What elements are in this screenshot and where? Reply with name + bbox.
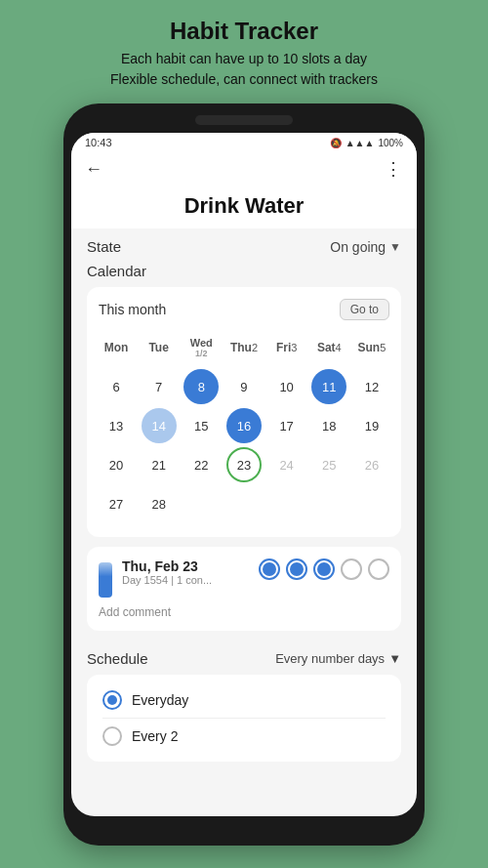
status-icons: 🔕 ▲▲▲ 100%: [330, 138, 403, 148]
divider: [102, 718, 386, 719]
status-bar: 10:43 🔕 ▲▲▲ 100%: [71, 133, 417, 152]
cal-empty-1: [183, 486, 219, 521]
signal-icon: ▲▲▲: [346, 138, 375, 148]
schedule-option-everyday-label: Everyday: [132, 692, 188, 708]
slot-3[interactable]: [313, 558, 335, 580]
schedule-option-everyday[interactable]: Everyday: [102, 684, 386, 716]
slot-2[interactable]: [286, 558, 307, 580]
cal-day-21[interactable]: 21: [142, 447, 177, 482]
cal-empty-4: [311, 486, 346, 521]
cal-day-28[interactable]: 28: [142, 486, 177, 521]
cal-day-24[interactable]: 24: [269, 447, 305, 482]
add-comment-button[interactable]: Add comment: [99, 605, 389, 619]
more-options-button[interactable]: ⋮: [385, 158, 403, 180]
schedule-value-text: Every number days: [275, 651, 385, 666]
day-detail-date: Thu, Feb 23: [122, 558, 249, 574]
cal-week3: 20 21 22 23 24 25 26: [99, 447, 389, 482]
cal-empty-5: [354, 486, 389, 521]
schedule-option-every2-label: Every 2: [132, 728, 178, 744]
slot-5[interactable]: [368, 558, 389, 580]
cal-day-7[interactable]: 7: [142, 369, 177, 404]
cal-day-14[interactable]: 14: [142, 408, 177, 443]
cal-header-mon: Mon: [99, 330, 134, 365]
cal-day-23[interactable]: 23: [226, 447, 262, 482]
cal-day-18[interactable]: 18: [311, 408, 346, 443]
mute-icon: 🔕: [330, 138, 342, 148]
cal-header-sat: Sat4: [311, 330, 346, 365]
calendar-card: This month Go to Mon Tue Wed1/2 Thu2 Fri…: [87, 287, 401, 537]
page-heading: Habit Tracker: [170, 18, 318, 45]
nav-bar: ← ⋮: [71, 152, 417, 186]
chevron-down-icon: ▼: [389, 240, 401, 254]
calendar-grid: Mon Tue Wed1/2 Thu2 Fri3 Sat4 Sun5 6 7 8…: [99, 330, 389, 521]
cal-empty-2: [226, 486, 262, 521]
battery-label: 100%: [378, 138, 403, 148]
cal-header-wed: Wed1/2: [183, 330, 219, 365]
cal-day-17[interactable]: 17: [269, 408, 305, 443]
cal-day-25[interactable]: 25: [311, 447, 346, 482]
cal-day-15[interactable]: 15: [183, 408, 219, 443]
content-area: State On going ▼ Calendar This month Go …: [71, 228, 417, 777]
schedule-row: Schedule Every number days ▼: [87, 641, 401, 675]
radio-everyday[interactable]: [102, 690, 122, 710]
day-detail-subtitle: Day 1554 | 1 con...: [122, 574, 249, 586]
cal-day-9[interactable]: 9: [226, 369, 262, 404]
schedule-option-every2[interactable]: Every 2: [102, 721, 386, 752]
day-detail-info: Thu, Feb 23 Day 1554 | 1 con...: [122, 558, 249, 586]
cal-day-6[interactable]: 6: [99, 369, 134, 404]
cal-week2: 13 14 15 16 17 18 19: [99, 408, 389, 443]
state-value-text: On going: [330, 239, 386, 255]
back-button[interactable]: ←: [85, 159, 102, 180]
day-detail-slots: [259, 558, 389, 580]
cal-header-sun: Sun5: [354, 330, 389, 365]
calendar-month: This month: [99, 302, 166, 317]
phone-frame: 10:43 🔕 ▲▲▲ 100% ← ⋮ Drink Water State O…: [63, 103, 425, 846]
cal-day-27[interactable]: 27: [99, 486, 134, 521]
cal-empty-3: [269, 486, 305, 521]
cal-day-8[interactable]: 8: [183, 369, 219, 404]
schedule-dropdown[interactable]: Every number days ▼: [275, 651, 401, 666]
calendar-header: This month Go to: [99, 299, 389, 320]
screen-title: Drink Water: [71, 186, 417, 228]
cal-day-13[interactable]: 13: [99, 408, 134, 443]
radio-everyday-inner: [107, 695, 117, 705]
cal-day-22[interactable]: 22: [183, 447, 219, 482]
page-subtitle: Each habit can have up to 10 slots a day…: [110, 49, 378, 90]
schedule-options-card: Everyday Every 2: [87, 675, 401, 762]
cal-day-11[interactable]: 11: [311, 369, 346, 404]
cal-week1: 6 7 8 9 10 11 12: [99, 369, 389, 404]
cal-day-26[interactable]: 26: [354, 447, 389, 482]
calendar-label: Calendar: [87, 259, 401, 287]
day-detail-card: Thu, Feb 23 Day 1554 | 1 con... Add comm…: [87, 547, 401, 631]
schedule-label: Schedule: [87, 650, 148, 667]
cal-day-19[interactable]: 19: [354, 408, 389, 443]
cal-header-row: Mon Tue Wed1/2 Thu2 Fri3 Sat4 Sun5: [99, 330, 389, 365]
state-dropdown[interactable]: On going ▼: [330, 239, 401, 255]
radio-every2[interactable]: [102, 726, 122, 746]
state-row: State On going ▼: [87, 228, 401, 259]
state-label: State: [87, 238, 121, 255]
cal-day-20[interactable]: 20: [99, 447, 134, 482]
status-time: 10:43: [85, 137, 112, 148]
go-to-button[interactable]: Go to: [340, 299, 389, 320]
day-detail-top: Thu, Feb 23 Day 1554 | 1 con...: [99, 558, 389, 598]
slot-1[interactable]: [259, 558, 280, 580]
chevron-down-schedule-icon: ▼: [388, 651, 401, 666]
cal-header-tue: Tue: [142, 330, 177, 365]
water-level-icon: [99, 562, 112, 598]
phone-screen: 10:43 🔕 ▲▲▲ 100% ← ⋮ Drink Water State O…: [71, 133, 417, 816]
cal-header-fri: Fri3: [269, 330, 305, 365]
cal-day-16[interactable]: 16: [226, 408, 262, 443]
cal-day-12[interactable]: 12: [354, 369, 389, 404]
slot-4[interactable]: [341, 558, 362, 580]
phone-notch: [195, 115, 293, 125]
cal-header-thu: Thu2: [226, 330, 262, 365]
cal-day-10[interactable]: 10: [269, 369, 305, 404]
cal-week4: 27 28: [99, 486, 389, 521]
